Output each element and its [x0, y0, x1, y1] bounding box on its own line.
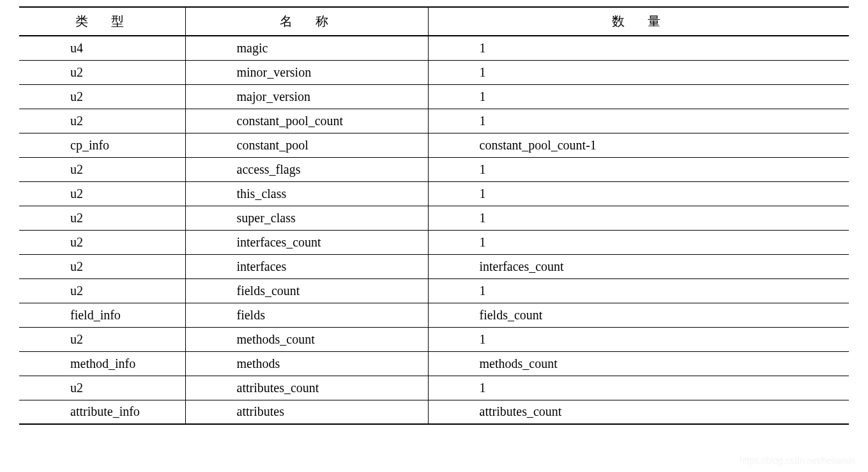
cell-count: 1: [428, 181, 849, 206]
cell-count: attributes_count: [428, 400, 849, 424]
cell-name: methods: [185, 351, 428, 376]
table-row: u2 constant_pool_count 1: [19, 109, 849, 133]
table-body: u4 magic 1 u2 minor_version 1 u2 major_v…: [19, 36, 849, 424]
cell-name: fields: [185, 303, 428, 327]
cell-type: field_info: [19, 303, 185, 327]
cell-name: fields_count: [185, 278, 428, 303]
cell-name: super_class: [185, 206, 428, 230]
table-row: cp_info constant_pool constant_pool_coun…: [19, 133, 849, 157]
table-row: u2 interfaces interfaces_count: [19, 254, 849, 278]
table-row: u2 major_version 1: [19, 84, 849, 109]
cell-type: u2: [19, 109, 185, 133]
cell-name: methods_count: [185, 327, 428, 351]
cell-count: 1: [428, 376, 849, 400]
cell-count: 1: [428, 157, 849, 181]
table-row: u2 super_class 1: [19, 206, 849, 230]
table-row: field_info fields fields_count: [19, 303, 849, 327]
cell-type: u2: [19, 181, 185, 206]
cell-type: u2: [19, 60, 185, 84]
table-row: u2 access_flags 1: [19, 157, 849, 181]
cell-name: interfaces_count: [185, 230, 428, 254]
cell-type: attribute_info: [19, 400, 185, 424]
table-row: u2 this_class 1: [19, 181, 849, 206]
table-row: u4 magic 1: [19, 36, 849, 60]
cell-type: u2: [19, 254, 185, 278]
cell-name: access_flags: [185, 157, 428, 181]
cell-name: interfaces: [185, 254, 428, 278]
table-row: u2 methods_count 1: [19, 327, 849, 351]
cell-type: u2: [19, 230, 185, 254]
table-header-row: 类 型 名 称 数 量: [19, 7, 849, 36]
cell-name: magic: [185, 36, 428, 60]
table-row: u2 interfaces_count 1: [19, 230, 849, 254]
cell-type: u2: [19, 278, 185, 303]
cell-name: major_version: [185, 84, 428, 109]
cell-type: u2: [19, 206, 185, 230]
cell-count: methods_count: [428, 351, 849, 376]
table-row: u2 minor_version 1: [19, 60, 849, 84]
cell-type: u2: [19, 84, 185, 109]
cell-count: 1: [428, 230, 849, 254]
cell-count: 1: [428, 327, 849, 351]
cell-name: attributes_count: [185, 376, 428, 400]
cell-type: u2: [19, 327, 185, 351]
header-count: 数 量: [428, 7, 849, 36]
cell-count: fields_count: [428, 303, 849, 327]
cell-type: u4: [19, 36, 185, 60]
cell-count: interfaces_count: [428, 254, 849, 278]
header-name: 名 称: [185, 7, 428, 36]
table-row: method_info methods methods_count: [19, 351, 849, 376]
cell-type: method_info: [19, 351, 185, 376]
header-type: 类 型: [19, 7, 185, 36]
cell-type: u2: [19, 157, 185, 181]
cell-name: constant_pool_count: [185, 109, 428, 133]
cell-count: constant_pool_count-1: [428, 133, 849, 157]
table-row: u2 fields_count 1: [19, 278, 849, 303]
cell-count: 1: [428, 206, 849, 230]
cell-count: 1: [428, 60, 849, 84]
cell-count: 1: [428, 84, 849, 109]
cell-type: cp_info: [19, 133, 185, 157]
table-row: attribute_info attributes attributes_cou…: [19, 400, 849, 424]
cell-name: constant_pool: [185, 133, 428, 157]
cell-name: minor_version: [185, 60, 428, 84]
cell-count: 1: [428, 278, 849, 303]
class-file-structure-table: 类 型 名 称 数 量 u4 magic 1 u2 minor_version …: [19, 6, 849, 425]
cell-name: this_class: [185, 181, 428, 206]
cell-name: attributes: [185, 400, 428, 424]
cell-type: u2: [19, 376, 185, 400]
table-row: u2 attributes_count 1: [19, 376, 849, 400]
cell-count: 1: [428, 109, 849, 133]
cell-count: 1: [428, 36, 849, 60]
